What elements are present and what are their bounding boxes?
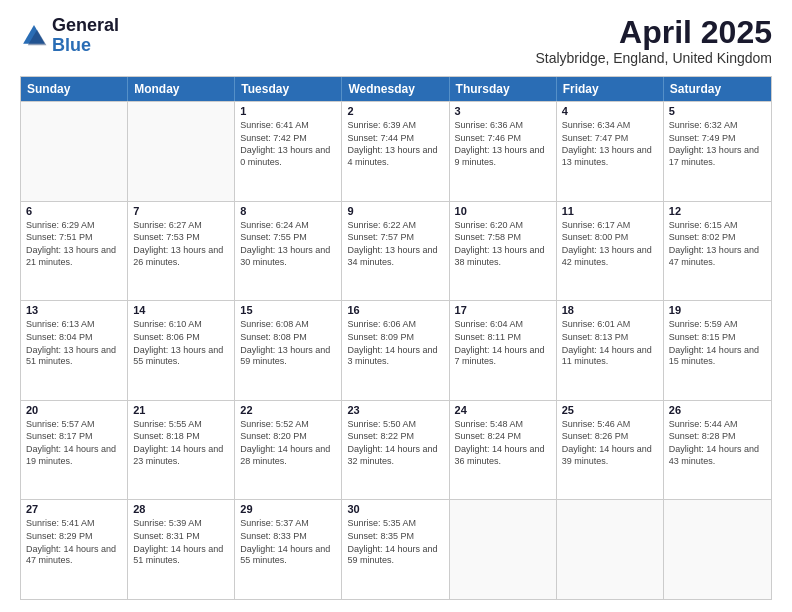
day-number: 24 <box>455 404 551 416</box>
calendar-cell-r3c2: 22Sunrise: 5:52 AMSunset: 8:20 PMDayligh… <box>235 401 342 500</box>
day-number: 12 <box>669 205 766 217</box>
sunrise-text: Sunrise: 6:08 AM <box>240 319 336 331</box>
daylight-text: Daylight: 13 hours and 42 minutes. <box>562 245 658 268</box>
day-number: 1 <box>240 105 336 117</box>
daylight-text: Daylight: 14 hours and 55 minutes. <box>240 544 336 567</box>
day-number: 4 <box>562 105 658 117</box>
daylight-text: Daylight: 14 hours and 28 minutes. <box>240 444 336 467</box>
daylight-text: Daylight: 13 hours and 38 minutes. <box>455 245 551 268</box>
logo-blue: Blue <box>52 36 119 56</box>
calendar-cell-r0c5: 4Sunrise: 6:34 AMSunset: 7:47 PMDaylight… <box>557 102 664 201</box>
daylight-text: Daylight: 13 hours and 30 minutes. <box>240 245 336 268</box>
calendar-cell-r2c4: 17Sunrise: 6:04 AMSunset: 8:11 PMDayligh… <box>450 301 557 400</box>
daylight-text: Daylight: 14 hours and 36 minutes. <box>455 444 551 467</box>
day-number: 29 <box>240 503 336 515</box>
daylight-text: Daylight: 13 hours and 51 minutes. <box>26 345 122 368</box>
sunset-text: Sunset: 8:31 PM <box>133 531 229 543</box>
sunrise-text: Sunrise: 6:32 AM <box>669 120 766 132</box>
sunrise-text: Sunrise: 5:59 AM <box>669 319 766 331</box>
sunrise-text: Sunrise: 6:24 AM <box>240 220 336 232</box>
daylight-text: Daylight: 13 hours and 17 minutes. <box>669 145 766 168</box>
daylight-text: Daylight: 14 hours and 59 minutes. <box>347 544 443 567</box>
month-year: April 2025 <box>535 16 772 48</box>
calendar-cell-r4c2: 29Sunrise: 5:37 AMSunset: 8:33 PMDayligh… <box>235 500 342 599</box>
daylight-text: Daylight: 14 hours and 43 minutes. <box>669 444 766 467</box>
calendar-cell-r2c3: 16Sunrise: 6:06 AMSunset: 8:09 PMDayligh… <box>342 301 449 400</box>
sunrise-text: Sunrise: 5:57 AM <box>26 419 122 431</box>
header-sunday: Sunday <box>21 77 128 101</box>
calendar-cell-r1c4: 10Sunrise: 6:20 AMSunset: 7:58 PMDayligh… <box>450 202 557 301</box>
calendar-cell-r1c6: 12Sunrise: 6:15 AMSunset: 8:02 PMDayligh… <box>664 202 771 301</box>
sunrise-text: Sunrise: 6:13 AM <box>26 319 122 331</box>
day-number: 8 <box>240 205 336 217</box>
calendar-cell-r3c4: 24Sunrise: 5:48 AMSunset: 8:24 PMDayligh… <box>450 401 557 500</box>
sunrise-text: Sunrise: 5:39 AM <box>133 518 229 530</box>
calendar-cell-r4c0: 27Sunrise: 5:41 AMSunset: 8:29 PMDayligh… <box>21 500 128 599</box>
daylight-text: Daylight: 14 hours and 51 minutes. <box>133 544 229 567</box>
sunrise-text: Sunrise: 6:27 AM <box>133 220 229 232</box>
calendar: Sunday Monday Tuesday Wednesday Thursday… <box>20 76 772 600</box>
day-number: 28 <box>133 503 229 515</box>
sunrise-text: Sunrise: 6:20 AM <box>455 220 551 232</box>
sunrise-text: Sunrise: 5:55 AM <box>133 419 229 431</box>
day-number: 22 <box>240 404 336 416</box>
calendar-cell-r3c6: 26Sunrise: 5:44 AMSunset: 8:28 PMDayligh… <box>664 401 771 500</box>
calendar-cell-r4c1: 28Sunrise: 5:39 AMSunset: 8:31 PMDayligh… <box>128 500 235 599</box>
daylight-text: Daylight: 13 hours and 13 minutes. <box>562 145 658 168</box>
sunrise-text: Sunrise: 5:46 AM <box>562 419 658 431</box>
day-number: 19 <box>669 304 766 316</box>
sunrise-text: Sunrise: 6:04 AM <box>455 319 551 331</box>
sunrise-text: Sunrise: 5:35 AM <box>347 518 443 530</box>
calendar-row-2: 13Sunrise: 6:13 AMSunset: 8:04 PMDayligh… <box>21 300 771 400</box>
sunset-text: Sunset: 8:15 PM <box>669 332 766 344</box>
calendar-row-1: 6Sunrise: 6:29 AMSunset: 7:51 PMDaylight… <box>21 201 771 301</box>
sunset-text: Sunset: 7:42 PM <box>240 133 336 145</box>
day-number: 25 <box>562 404 658 416</box>
sunset-text: Sunset: 8:00 PM <box>562 232 658 244</box>
daylight-text: Daylight: 14 hours and 39 minutes. <box>562 444 658 467</box>
day-number: 2 <box>347 105 443 117</box>
day-number: 26 <box>669 404 766 416</box>
calendar-cell-r1c2: 8Sunrise: 6:24 AMSunset: 7:55 PMDaylight… <box>235 202 342 301</box>
header-friday: Friday <box>557 77 664 101</box>
sunrise-text: Sunrise: 5:44 AM <box>669 419 766 431</box>
sunset-text: Sunset: 7:44 PM <box>347 133 443 145</box>
calendar-cell-r2c0: 13Sunrise: 6:13 AMSunset: 8:04 PMDayligh… <box>21 301 128 400</box>
daylight-text: Daylight: 14 hours and 7 minutes. <box>455 345 551 368</box>
daylight-text: Daylight: 13 hours and 47 minutes. <box>669 245 766 268</box>
daylight-text: Daylight: 14 hours and 19 minutes. <box>26 444 122 467</box>
sunset-text: Sunset: 8:04 PM <box>26 332 122 344</box>
sunset-text: Sunset: 7:51 PM <box>26 232 122 244</box>
sunset-text: Sunset: 8:18 PM <box>133 431 229 443</box>
sunset-text: Sunset: 8:24 PM <box>455 431 551 443</box>
sunset-text: Sunset: 8:26 PM <box>562 431 658 443</box>
calendar-cell-r0c3: 2Sunrise: 6:39 AMSunset: 7:44 PMDaylight… <box>342 102 449 201</box>
calendar-cell-r0c6: 5Sunrise: 6:32 AMSunset: 7:49 PMDaylight… <box>664 102 771 201</box>
location: Stalybridge, England, United Kingdom <box>535 50 772 66</box>
sunrise-text: Sunrise: 6:41 AM <box>240 120 336 132</box>
daylight-text: Daylight: 13 hours and 4 minutes. <box>347 145 443 168</box>
sunrise-text: Sunrise: 5:41 AM <box>26 518 122 530</box>
header: General Blue April 2025 Stalybridge, Eng… <box>20 16 772 66</box>
daylight-text: Daylight: 13 hours and 59 minutes. <box>240 345 336 368</box>
logo-icon <box>20 22 48 50</box>
day-number: 3 <box>455 105 551 117</box>
day-number: 11 <box>562 205 658 217</box>
day-number: 10 <box>455 205 551 217</box>
calendar-cell-r4c3: 30Sunrise: 5:35 AMSunset: 8:35 PMDayligh… <box>342 500 449 599</box>
daylight-text: Daylight: 13 hours and 0 minutes. <box>240 145 336 168</box>
daylight-text: Daylight: 13 hours and 34 minutes. <box>347 245 443 268</box>
calendar-row-3: 20Sunrise: 5:57 AMSunset: 8:17 PMDayligh… <box>21 400 771 500</box>
calendar-cell-r0c2: 1Sunrise: 6:41 AMSunset: 7:42 PMDaylight… <box>235 102 342 201</box>
sunset-text: Sunset: 8:13 PM <box>562 332 658 344</box>
calendar-cell-r2c6: 19Sunrise: 5:59 AMSunset: 8:15 PMDayligh… <box>664 301 771 400</box>
header-thursday: Thursday <box>450 77 557 101</box>
sunset-text: Sunset: 8:11 PM <box>455 332 551 344</box>
sunrise-text: Sunrise: 6:39 AM <box>347 120 443 132</box>
day-number: 23 <box>347 404 443 416</box>
logo-text: General Blue <box>52 16 119 56</box>
sunrise-text: Sunrise: 5:50 AM <box>347 419 443 431</box>
logo: General Blue <box>20 16 119 56</box>
sunset-text: Sunset: 7:46 PM <box>455 133 551 145</box>
sunrise-text: Sunrise: 6:15 AM <box>669 220 766 232</box>
